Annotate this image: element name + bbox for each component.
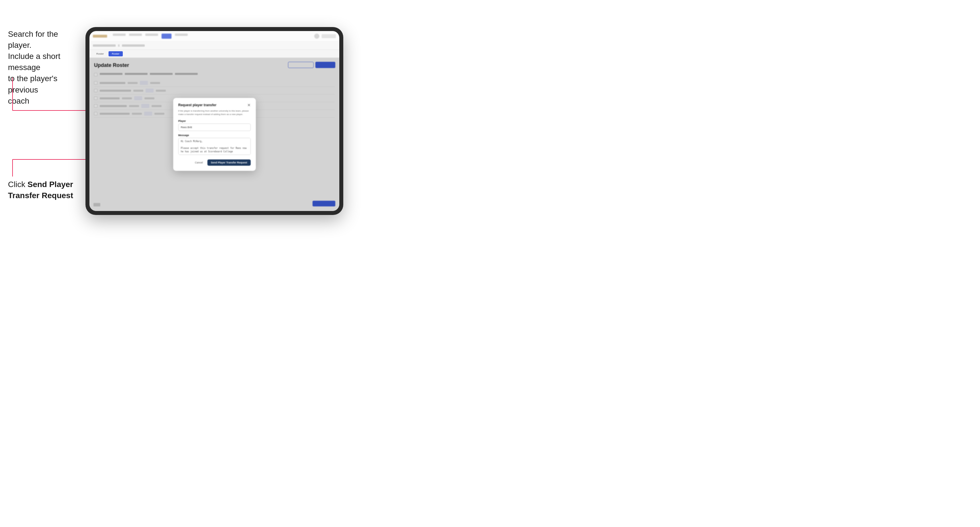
breadcrumb-1	[93, 44, 116, 47]
nav-item-active	[162, 33, 172, 39]
modal-close-button[interactable]: ✕	[247, 103, 251, 107]
modal-title-row: Request player transfer ✕	[178, 103, 251, 107]
modal-description: If the player is transferring from anoth…	[178, 110, 251, 116]
header-btn	[321, 34, 336, 38]
annotation-click: Click Send Player Transfer Request	[8, 179, 76, 201]
tab-roster: Roster	[93, 51, 107, 56]
modal-overlay: Request player transfer ✕ If the player …	[89, 58, 339, 211]
nav-item-2	[129, 33, 142, 36]
player-input[interactable]	[178, 124, 251, 131]
annotation-search: Search for the player.	[8, 29, 83, 51]
tablet-screen: Roster Roster Update Roster	[89, 31, 339, 211]
annotation-message: Include a short messageto the player's p…	[8, 51, 82, 106]
nav-item-1	[113, 33, 126, 36]
content-area: Update Roster	[89, 58, 339, 211]
nav-item-5	[175, 33, 188, 36]
tab-bar: Roster Roster	[89, 50, 339, 58]
breadcrumb-2	[122, 44, 145, 47]
app-header	[89, 31, 339, 41]
message-label: Message	[178, 134, 251, 137]
nav-items	[113, 33, 314, 39]
cancel-button[interactable]: Cancel	[192, 160, 205, 165]
sub-header	[89, 41, 339, 50]
modal-footer: Cancel Send Player Transfer Request	[178, 159, 251, 166]
breadcrumb-sep	[118, 44, 120, 47]
header-avatar	[314, 33, 319, 39]
send-player-transfer-request-button[interactable]: Send Player Transfer Request	[207, 159, 251, 166]
player-label: Player	[178, 119, 251, 122]
header-right	[314, 33, 336, 39]
message-textarea[interactable]: Hi Coach McHarg, Please accept this tran…	[178, 138, 251, 155]
modal-title: Request player transfer	[178, 103, 216, 107]
tablet-device: Roster Roster Update Roster	[86, 27, 343, 215]
nav-item-3	[145, 33, 158, 36]
app-logo	[93, 35, 107, 38]
request-player-transfer-modal: Request player transfer ✕ If the player …	[173, 98, 256, 171]
tab-roster-active: Roster	[108, 51, 123, 56]
